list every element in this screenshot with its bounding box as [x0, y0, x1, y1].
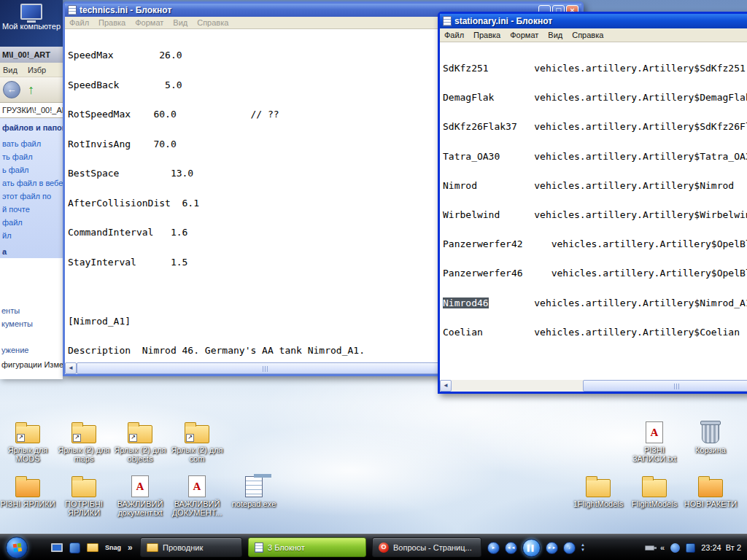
task-link[interactable]: вать файл — [2, 137, 61, 150]
desktop-icon-recycle-bin[interactable]: Корзина — [683, 419, 738, 454]
taskbar: Snag » Проводник 3 Блокнот O Вопросы - С… — [0, 534, 747, 560]
explorer-icon — [147, 543, 158, 552]
scrollbar-thumb[interactable] — [583, 380, 747, 392]
scroll-left-icon[interactable]: ◄ — [440, 380, 452, 392]
task-link[interactable]: файл — [2, 216, 61, 229]
explorer-titlebar[interactable]: M\I_00!_ART — [0, 47, 63, 63]
play-icon[interactable]: ► — [487, 542, 500, 554]
notepad-app-icon — [245, 476, 263, 497]
desktop-icon-flightmodels[interactable]: FlightModels — [627, 472, 682, 508]
taskbar-button-label: 3 Блокнот — [268, 543, 305, 552]
show-desktop-icon[interactable] — [51, 543, 63, 552]
media-up-down-arrows[interactable]: ▲ ▼ — [581, 542, 585, 553]
menu-file[interactable]: Файл — [69, 18, 89, 27]
taskbar-button-explorer[interactable]: Проводник — [140, 537, 242, 557]
quick-launch-app-icon[interactable] — [69, 542, 80, 553]
pause-icon[interactable]: ▌▌ — [522, 539, 541, 557]
task-link[interactable]: йл — [2, 229, 61, 242]
desktop: Мой компьютер M\I_00!_ART Вид Избр ← ↑ Г… — [0, 0, 747, 560]
task-link[interactable]: й почте — [2, 203, 61, 216]
address-bar[interactable]: ГРУЗКИ\!_00!_ART — [0, 102, 63, 118]
text-line: Panzerwerfer42 vehicles.artillery.Artill… — [443, 239, 747, 249]
desktop-icon-potribni-yarlyky[interactable]: ПОТРІБНІ ЯРЛИКИ — [56, 472, 112, 517]
icon-label: ВАЖЛИВИЙ ДОКУМЕНТ... — [169, 499, 225, 517]
text-line: Coelian vehicles.artillery.Artillery$Coe… — [443, 327, 747, 337]
tray-collapse-chevron[interactable]: « — [660, 543, 665, 552]
start-button[interactable] — [6, 537, 28, 559]
previous-track-icon[interactable]: ◄◄ — [505, 542, 517, 554]
desktop-icon-vazhlyvyi-dokument[interactable]: ВАЖЛИВИЙ документ.txt — [112, 472, 168, 517]
opera-icon: O — [379, 542, 389, 553]
icon-label: FlightModels — [627, 499, 682, 508]
windows-flag-icon — [13, 544, 18, 548]
menu-item-view[interactable]: Вид — [3, 63, 18, 77]
volume-icon[interactable]: ♪ — [563, 542, 576, 554]
folder-icon — [15, 479, 40, 497]
explorer-menubar: Вид Избр — [0, 63, 63, 77]
icon-label: Ярлык для MODS — [0, 446, 55, 463]
text-line: Tatra_OA30 vehicles.artillery.Artillery$… — [443, 152, 747, 161]
desktop-icon-rizni-yarlyky[interactable]: РІЗНІ ЯРЛИКИ — [0, 472, 55, 508]
desktop-icon-notepad-exe[interactable]: notepad.exe — [226, 472, 282, 508]
arrow-up-icon[interactable]: ▲ — [581, 542, 585, 548]
menu-format[interactable]: Формат — [510, 31, 538, 39]
titlebar-stationary[interactable]: stationary.ini - Блокнот — [440, 14, 747, 28]
menu-view[interactable]: Вид — [548, 31, 562, 39]
menu-format[interactable]: Формат — [135, 18, 163, 27]
desktop-icon-1flightmodels[interactable]: 1FlightModels — [570, 472, 626, 508]
desktop-icon-novi-rakety[interactable]: НОВІ РАКЕТИ — [683, 472, 738, 508]
task-link[interactable]: ь файл — [2, 163, 61, 176]
desktop-icon-objects[interactable]: Ярлык (2) для objects — [112, 419, 168, 463]
scroll-left-icon[interactable]: ◄ — [65, 362, 77, 374]
desktop-icon-vazhlyvyi-dokument-2[interactable]: ВАЖЛИВИЙ ДОКУМЕНТ... — [169, 472, 225, 517]
desktop-icon-rizni-zapysy[interactable]: РІЗНІ ЗАПИСИ.txt — [627, 419, 682, 463]
icon-label: РІЗНІ ЗАПИСИ.txt — [627, 446, 682, 463]
taskbar-button-notepad-group[interactable]: 3 Блокнот — [248, 537, 366, 557]
tray-app-icon[interactable] — [670, 543, 680, 553]
snagit-icon[interactable]: Snag — [105, 544, 121, 551]
menu-edit[interactable]: Правка — [98, 18, 125, 27]
menu-help[interactable]: Справка — [572, 31, 603, 39]
menubar-stationary: Файл Правка Формат Вид Справка — [440, 28, 747, 42]
quick-launch-overflow-chevron[interactable]: » — [128, 542, 133, 553]
back-icon[interactable]: ← — [3, 81, 20, 98]
menu-edit[interactable]: Правка — [473, 31, 500, 39]
quick-launch-folder-icon[interactable] — [87, 543, 98, 552]
system-tray: « 23:24 Вт 2 — [639, 534, 747, 560]
selected-text: Nimrod46 — [443, 298, 489, 308]
menu-view[interactable]: Вид — [173, 18, 187, 27]
task-link[interactable]: этот файл по — [2, 190, 61, 203]
place-link[interactable]: кументы — [1, 319, 33, 328]
text-line: Nimrod vehicles.artillery.Artillery$Nimr… — [443, 181, 747, 190]
text-editor-area[interactable]: SdKfz251 vehicles.artillery.Artillery$Sd… — [440, 42, 747, 380]
taskbar-button-opera[interactable]: O Вопросы - Страниц... — [372, 537, 481, 557]
my-computer-desktop-icon[interactable]: Мой компьютер — [0, 0, 63, 47]
scrollbar-thumb[interactable] — [77, 362, 456, 374]
clock[interactable]: 23:24 Вт 2 — [701, 543, 741, 552]
desktop-icon-com[interactable]: Ярлык (2) для com — [169, 419, 225, 463]
icon-label: НОВІ РАКЕТИ — [683, 499, 738, 508]
selected-line-rest: vehicles.artillery.Artillery$Nimrod_A1 — [489, 298, 747, 308]
task-link[interactable]: ать файл в вебе — [2, 176, 61, 190]
place-link[interactable]: ужение — [1, 346, 28, 354]
menu-item-favorites[interactable]: Избр — [28, 63, 46, 77]
next-track-icon[interactable]: ►► — [546, 542, 558, 554]
explorer-file-area: енты кументы ужение фигурации Изме — [0, 258, 63, 379]
horizontal-scrollbar[interactable]: ◄ — [440, 380, 747, 392]
notepad-icon — [443, 16, 452, 26]
tray-network-icon[interactable] — [686, 543, 695, 553]
desktop-icon-mods[interactable]: Ярлык для MODS — [0, 419, 55, 463]
task-link[interactable]: ть файл — [2, 150, 61, 163]
up-folder-icon[interactable]: ↑ — [28, 83, 34, 96]
usb-device-icon[interactable] — [645, 545, 654, 551]
menu-file[interactable]: Файл — [444, 31, 464, 39]
explorer-toolbar: ← ↑ — [0, 77, 63, 102]
taskbar-button-label: Проводник — [163, 543, 203, 552]
folder-shortcut-icon — [128, 425, 152, 443]
desktop-icon-maps[interactable]: Ярлык (2) для maps — [56, 419, 112, 463]
menu-help[interactable]: Справка — [197, 18, 228, 27]
arrow-down-icon[interactable]: ▼ — [581, 548, 585, 553]
place-link[interactable]: енты — [1, 306, 20, 315]
window-title: technics.ini - Блокнот — [80, 5, 171, 15]
text-line — [443, 357, 747, 366]
